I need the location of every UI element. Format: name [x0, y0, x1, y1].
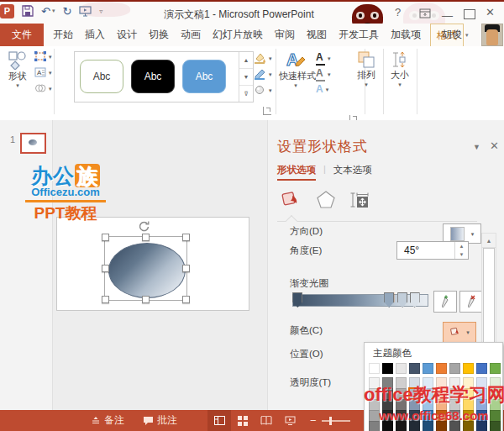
ribbon: 形状 ▾ ▾ A ▾ ▾ 插入形状 AbcAbcAbc ▲ ▼ ⊽ ▾ ▾ ▾ — [0, 46, 504, 121]
angle-spinner[interactable]: ▲▼ — [454, 242, 468, 259]
save-icon[interactable] — [22, 5, 34, 17]
gradient-bar[interactable] — [292, 294, 428, 307]
gallery-scroll-down-icon[interactable]: ▼ — [239, 69, 253, 86]
close-button[interactable]: ✕ — [486, 7, 495, 18]
gradient-color-button[interactable]: ▾ — [443, 322, 476, 343]
resize-handle[interactable] — [182, 296, 190, 303]
theme-color-swatch[interactable] — [369, 363, 380, 374]
shape-style-swatch[interactable]: Abc — [131, 60, 175, 93]
resize-handle[interactable] — [102, 234, 109, 241]
size-button[interactable]: 大小 ▾ — [386, 50, 413, 87]
panel-options-caret-icon[interactable]: ▼ — [473, 143, 480, 151]
text-box-icon[interactable]: A — [34, 66, 46, 78]
normal-view-button[interactable] — [207, 410, 231, 431]
maximize-button[interactable] — [464, 9, 475, 19]
theme-color-swatch[interactable] — [409, 363, 420, 374]
arrange-button[interactable]: 排列 ▾ — [353, 50, 380, 87]
theme-color-swatch[interactable] — [396, 363, 407, 374]
panel-close-icon[interactable]: ✕ — [490, 139, 499, 152]
shapes-button[interactable]: 形状 ▾ — [5, 51, 30, 88]
resize-handle[interactable] — [182, 265, 190, 272]
angle-value: 45° — [397, 244, 454, 256]
resize-handle[interactable] — [182, 234, 190, 241]
tab-home[interactable]: 开始 — [47, 24, 79, 46]
redo-icon[interactable]: ↻ — [62, 6, 71, 17]
text-fill-icon[interactable]: A — [316, 51, 325, 66]
notes-icon — [91, 416, 101, 425]
resize-handle[interactable] — [142, 234, 150, 241]
minimize-button[interactable]: — — [442, 10, 453, 21]
shape-style-swatch[interactable]: Abc — [80, 60, 123, 93]
shape-style-swatch[interactable]: Abc — [182, 60, 226, 93]
zoom-out-button[interactable]: − — [310, 414, 317, 427]
gallery-scroll-up-icon[interactable]: ▲ — [239, 52, 253, 69]
add-gradient-stop-button[interactable] — [433, 291, 457, 313]
theme-color-swatch[interactable] — [436, 363, 447, 374]
tab-shape-options[interactable]: 形状选项 — [277, 164, 316, 181]
tab-slideshow[interactable]: 幻灯片放映 — [207, 24, 269, 46]
resize-handle[interactable] — [102, 296, 109, 303]
window-title: 演示文稿1 - Microsoft PowerPoint — [164, 8, 349, 22]
text-effects-icon[interactable]: A — [316, 83, 323, 95]
remove-gradient-stop-button[interactable] — [459, 291, 483, 313]
effects-icon[interactable] — [314, 188, 338, 212]
theme-color-swatch[interactable] — [463, 363, 474, 374]
panel-separator — [277, 221, 477, 222]
zoom-slider-handle[interactable] — [329, 417, 332, 425]
user-dropdown-caret[interactable]: ▾ — [465, 32, 469, 39]
theme-color-swatch[interactable] — [476, 363, 487, 374]
comments-button[interactable]: 批注 — [143, 413, 177, 428]
tab-insert[interactable]: 插入 — [79, 24, 111, 46]
powerpoint-logo-icon[interactable]: P — [0, 4, 14, 18]
tab-design[interactable]: 设计 — [111, 24, 143, 46]
reading-view-button[interactable] — [255, 410, 278, 431]
shape-outline-icon[interactable] — [254, 68, 266, 80]
ribbon-display-options-icon[interactable] — [419, 8, 431, 18]
zoom-slider[interactable] — [322, 420, 350, 422]
undo-dropdown-caret[interactable]: ▾ — [52, 8, 55, 14]
tab-text-options[interactable]: 文本选项 — [333, 164, 372, 179]
tab-animations[interactable]: 动画 — [175, 24, 207, 46]
user-avatar[interactable] — [481, 24, 503, 46]
notes-button[interactable]: 备注 — [91, 413, 124, 428]
panel-tabs: 形状选项 | 文本选项 — [277, 164, 372, 181]
merge-shapes-icon[interactable] — [34, 82, 46, 94]
tab-review[interactable]: 审阅 — [269, 24, 301, 46]
ribbon-tab-row: 文件开始插入设计切换动画幻灯片放映审阅视图开发工具加载项格式 — [0, 24, 504, 46]
title-bar: P ↶ ▾ ↻ ▿ 演示文稿1 - Microsoft PowerPoint ?… — [0, 2, 504, 24]
theme-color-swatch[interactable] — [449, 363, 460, 374]
quick-styles-button[interactable]: A 快速样式 ▾ — [279, 50, 312, 88]
gallery-more-icon[interactable]: ⊽ — [239, 86, 253, 102]
slide-sorter-view-button[interactable] — [231, 410, 255, 431]
angle-input[interactable]: 45° ▲▼ — [396, 241, 469, 260]
resize-handle[interactable] — [142, 296, 150, 303]
shape-fill-icon[interactable] — [254, 52, 266, 64]
direction-label: 方向(D) — [290, 225, 323, 238]
text-outline-icon[interactable]: A — [316, 67, 325, 81]
tab-view[interactable]: 视图 — [301, 24, 333, 46]
color-dropdown-caret[interactable]: ▾ — [466, 329, 470, 335]
theme-color-swatch[interactable] — [490, 363, 501, 374]
slide-thumbnail[interactable] — [20, 133, 46, 154]
tab-developer[interactable]: 开发工具 — [333, 24, 385, 46]
undo-icon[interactable]: ↶ — [41, 6, 50, 17]
tab-transitions[interactable]: 切换 — [143, 24, 175, 46]
shape-style-gallery: AbcAbcAbc ▲ ▼ ⊽ — [74, 51, 254, 102]
size-properties-icon[interactable] — [348, 188, 371, 212]
gradient-stop-bar[interactable] — [292, 290, 427, 315]
shape-effects-icon[interactable] — [254, 84, 266, 96]
fill-line-icon[interactable] — [279, 188, 302, 212]
rotation-handle[interactable] — [138, 220, 150, 233]
slideshow-view-button[interactable] — [278, 410, 302, 431]
slide-canvas[interactable] — [56, 217, 249, 311]
theme-color-swatch[interactable] — [423, 363, 433, 374]
resize-handle[interactable] — [102, 265, 109, 272]
help-icon[interactable]: ? — [395, 7, 401, 18]
user-account[interactable]: 胡俊 ▾ — [442, 28, 469, 42]
tab-file[interactable]: 文件 — [0, 24, 44, 46]
scrollbar-up-icon[interactable]: ▲ — [482, 234, 496, 248]
edit-shape-icon[interactable] — [34, 50, 46, 62]
tab-addins[interactable]: 加载项 — [385, 24, 427, 46]
theme-color-swatch[interactable] — [382, 363, 393, 374]
shape-styles-dialog-launcher-icon[interactable] — [263, 107, 271, 115]
